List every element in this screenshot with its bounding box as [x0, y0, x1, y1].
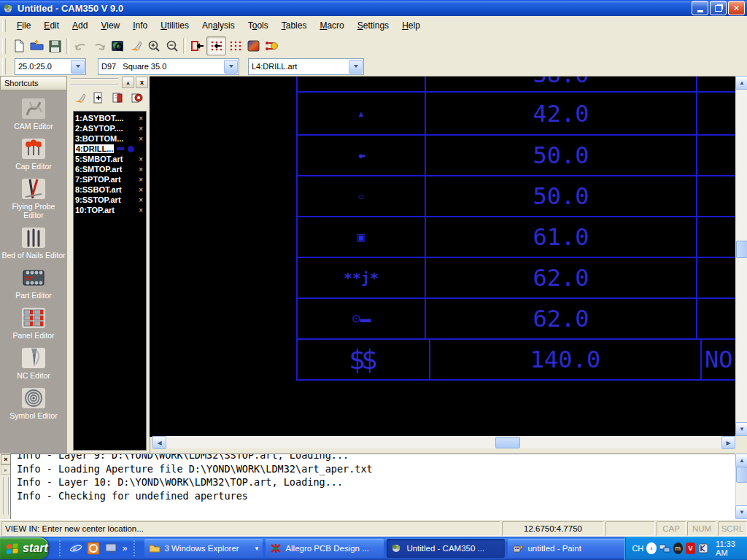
log-expand-button[interactable]: ▸: [1, 464, 11, 475]
layer-item-2-asytop[interactable]: 2:ASYTOP....×: [75, 123, 146, 133]
save-button[interactable]: [46, 37, 64, 55]
scroll-down-icon[interactable]: ▼: [735, 505, 747, 519]
menu-add[interactable]: Add: [66, 18, 94, 34]
layer-item-9-sstop-art[interactable]: 9:SSTOP.art×: [75, 195, 146, 205]
shortcut-flying-probe-editor[interactable]: Flying Probe Editor: [0, 177, 67, 219]
layer-item-6-smtop-art[interactable]: 6:SMTOP.art×: [75, 164, 146, 174]
network-icon[interactable]: [659, 542, 670, 554]
drag-grip[interactable]: [3, 477, 9, 515]
clock[interactable]: 11:33 AM: [716, 540, 743, 557]
layer-visibility-toggle[interactable]: ×: [139, 206, 143, 214]
menu-macro[interactable]: Macro: [313, 18, 350, 34]
vscroll-thumb[interactable]: [736, 241, 747, 258]
redo-button[interactable]: [90, 37, 108, 55]
quick-launch-icon-3[interactable]: [104, 541, 118, 556]
grid-button[interactable]: [226, 37, 244, 55]
scroll-left-icon[interactable]: ◀: [152, 436, 166, 449]
menu-edit[interactable]: Edit: [37, 18, 66, 34]
internet-explorer-icon[interactable]: e: [69, 541, 83, 556]
start-button[interactable]: start: [0, 537, 48, 559]
menu-analysis[interactable]: Analysis: [196, 18, 241, 34]
layer-sets-icon[interactable]: [129, 90, 144, 106]
language-indicator[interactable]: CH: [632, 544, 643, 553]
menu-info[interactable]: Info: [126, 18, 154, 34]
drag-grip[interactable]: [133, 540, 138, 556]
layer-visibility-toggle[interactable]: ×: [139, 135, 143, 143]
layer-item-10-top-art[interactable]: 10:TOP.art×: [75, 205, 146, 215]
open-file-button[interactable]: [28, 37, 46, 55]
taskbar-button-untitled-cam350[interactable]: Untitled - CAM350 ...: [387, 539, 505, 558]
layer-table-icon[interactable]: [110, 90, 125, 106]
chevron-down-icon[interactable]: [71, 60, 85, 74]
shortcuts-header[interactable]: Shortcuts: [0, 76, 67, 90]
quick-launch-overflow[interactable]: »: [123, 543, 128, 553]
layer-panel-close-button[interactable]: x: [136, 77, 148, 88]
zoom-in-button[interactable]: [144, 37, 163, 55]
layer-visibility-toggle[interactable]: ×: [139, 155, 143, 163]
tray-icon-v[interactable]: V: [686, 542, 695, 554]
collapse-button[interactable]: ▴: [122, 77, 134, 88]
menu-utilities[interactable]: Utilities: [154, 18, 196, 34]
drag-grip[interactable]: [59, 540, 63, 556]
layer-item-8-ssbot-art[interactable]: 8:SSBOT.art×: [75, 184, 146, 195]
log-close-button[interactable]: ×: [1, 454, 11, 464]
chevron-down-icon[interactable]: [224, 60, 238, 74]
shortcut-panel-editor[interactable]: Panel Editor: [0, 306, 67, 340]
menu-file[interactable]: File: [10, 18, 37, 34]
shortcut-cam-editor[interactable]: CAM Editor: [0, 97, 67, 131]
query-button[interactable]: [108, 37, 126, 55]
quick-launch-icon-2[interactable]: [86, 541, 101, 556]
aperture-combo[interactable]: D97 Square 35.0: [98, 58, 239, 75]
undo-button[interactable]: [71, 37, 90, 55]
menu-tables[interactable]: Tables: [275, 18, 314, 34]
taskbar-button-3-windows-explorer[interactable]: 3 Windows Explorer▾: [144, 539, 263, 558]
layer-visibility-toggle[interactable]: ×: [139, 114, 143, 122]
grid-combo[interactable]: 25.0:25.0: [15, 58, 86, 75]
tray-icon-m[interactable]: m: [673, 542, 683, 554]
cad-canvas[interactable]: 38.0 ▲42.0●▪50.0○50.0▣61.0**j*62.0⊙▬62.0…: [150, 76, 735, 437]
redraw-layers-icon[interactable]: [72, 90, 88, 106]
shortcut-symbol-editor[interactable]: Symbol Editor: [0, 386, 67, 420]
hscroll-thumb[interactable]: [495, 437, 520, 448]
shortcut-cap-editor[interactable]: Cap Editor: [0, 137, 67, 171]
add-layer-icon[interactable]: [91, 90, 107, 106]
layer-visibility-toggle[interactable]: ×: [139, 166, 143, 174]
layer-visibility-toggle[interactable]: ×: [139, 125, 143, 133]
highlight-net-button[interactable]: [263, 37, 281, 55]
chevron-down-icon[interactable]: [349, 60, 363, 74]
shortcut-part-editor[interactable]: Part Editor: [0, 266, 67, 300]
layer-visibility-toggle[interactable]: ×: [139, 186, 143, 194]
layer-colors-button[interactable]: [244, 37, 263, 55]
layer-visibility-toggle[interactable]: ×: [139, 176, 143, 184]
menu-settings[interactable]: Settings: [351, 18, 395, 34]
scroll-down-icon[interactable]: ▼: [735, 422, 747, 436]
layer-item-5-smbot-art[interactable]: 5:SMBOT.art×: [75, 154, 146, 164]
menu-view[interactable]: View: [94, 18, 126, 34]
layer-visibility-toggle[interactable]: ×: [139, 196, 143, 204]
layer-item-4-drill[interactable]: 4:DRILL...: [75, 144, 146, 154]
hide-icons-chevron[interactable]: ‹: [646, 542, 656, 554]
drag-grip[interactable]: [71, 78, 118, 86]
layer-item-1-asybot[interactable]: 1:ASYBOT....×: [75, 113, 146, 123]
canvas-vscrollbar[interactable]: ▲ ▼: [735, 76, 747, 436]
scroll-up-icon[interactable]: ▲: [735, 76, 747, 90]
menu-help[interactable]: Help: [395, 18, 427, 34]
shortcut-bed-of-nails-editor[interactable]: Bed of Nails Editor: [0, 226, 67, 260]
vscroll-thumb[interactable]: [736, 467, 747, 483]
restore-button[interactable]: [710, 1, 727, 15]
tray-icon-k[interactable]: [698, 542, 708, 554]
grid-snap-button[interactable]: [206, 36, 226, 55]
zoom-out-button[interactable]: [163, 37, 181, 55]
new-file-button[interactable]: [9, 37, 28, 55]
scroll-up-icon[interactable]: ▲: [735, 454, 747, 467]
canvas-hscrollbar[interactable]: ◀ ▶: [152, 436, 735, 448]
log-vscrollbar[interactable]: ▲ ▼: [735, 454, 747, 519]
board-view-button[interactable]: [188, 37, 206, 55]
taskbar-button-allegro-pcb-design[interactable]: Allegro PCB Design ...: [266, 539, 384, 558]
layer-item-3-bottom[interactable]: 3:BOTTOM...×: [75, 133, 146, 144]
close-button[interactable]: ✕: [728, 1, 745, 15]
menu-tools[interactable]: Tools: [241, 18, 275, 34]
redraw-button[interactable]: [126, 37, 144, 55]
chevron-down-icon[interactable]: ▾: [255, 545, 259, 552]
taskbar-button-untitled-paint[interactable]: untitled - Paint: [508, 539, 626, 558]
